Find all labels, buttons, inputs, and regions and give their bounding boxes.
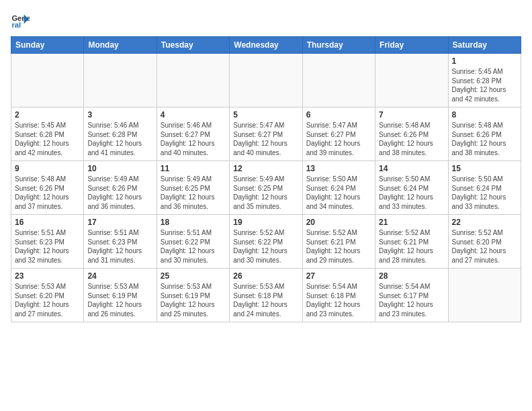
day-number: 22 bbox=[452, 218, 517, 227]
calendar-cell: 1Sunrise: 5:45 AM Sunset: 6:28 PM Daylig… bbox=[448, 54, 521, 107]
day-info: Sunrise: 5:51 AM Sunset: 6:22 PM Dayligh… bbox=[161, 228, 226, 265]
calendar-dow-friday: Friday bbox=[375, 37, 448, 54]
day-info: Sunrise: 5:46 AM Sunset: 6:27 PM Dayligh… bbox=[161, 121, 226, 157]
calendar-cell: 15Sunrise: 5:50 AM Sunset: 6:24 PM Dayli… bbox=[448, 161, 521, 215]
page-header: Gene ral bbox=[11, 11, 521, 30]
calendar-week-row: 9Sunrise: 5:48 AM Sunset: 6:26 PM Daylig… bbox=[11, 161, 521, 215]
calendar-cell: 27Sunrise: 5:54 AM Sunset: 6:18 PM Dayli… bbox=[302, 269, 375, 322]
day-number: 15 bbox=[452, 164, 517, 173]
day-info: Sunrise: 5:49 AM Sunset: 6:26 PM Dayligh… bbox=[87, 175, 152, 211]
calendar-cell: 8Sunrise: 5:48 AM Sunset: 6:26 PM Daylig… bbox=[448, 107, 521, 161]
day-number: 23 bbox=[15, 271, 80, 281]
day-number: 14 bbox=[379, 164, 444, 173]
calendar-cell: 2Sunrise: 5:45 AM Sunset: 6:28 PM Daylig… bbox=[11, 107, 84, 161]
calendar-cell: 18Sunrise: 5:51 AM Sunset: 6:22 PM Dayli… bbox=[157, 215, 229, 269]
day-number: 24 bbox=[87, 271, 152, 281]
day-info: Sunrise: 5:54 AM Sunset: 6:18 PM Dayligh… bbox=[306, 282, 371, 318]
calendar-cell bbox=[375, 54, 448, 107]
day-info: Sunrise: 5:48 AM Sunset: 6:26 PM Dayligh… bbox=[15, 175, 80, 211]
day-number: 8 bbox=[452, 110, 517, 120]
day-info: Sunrise: 5:45 AM Sunset: 6:28 PM Dayligh… bbox=[452, 67, 517, 103]
calendar-cell: 16Sunrise: 5:51 AM Sunset: 6:23 PM Dayli… bbox=[11, 215, 84, 269]
calendar-cell: 14Sunrise: 5:50 AM Sunset: 6:24 PM Dayli… bbox=[375, 161, 448, 215]
calendar-cell: 4Sunrise: 5:46 AM Sunset: 6:27 PM Daylig… bbox=[157, 107, 229, 161]
calendar-dow-tuesday: Tuesday bbox=[157, 37, 229, 54]
day-number: 12 bbox=[233, 164, 298, 173]
day-number: 27 bbox=[306, 271, 371, 281]
day-info: Sunrise: 5:48 AM Sunset: 6:26 PM Dayligh… bbox=[379, 121, 444, 157]
day-number: 13 bbox=[306, 164, 371, 173]
day-info: Sunrise: 5:51 AM Sunset: 6:23 PM Dayligh… bbox=[87, 228, 152, 265]
calendar-cell bbox=[230, 54, 302, 107]
day-number: 4 bbox=[161, 110, 226, 120]
calendar-dow-wednesday: Wednesday bbox=[230, 37, 302, 54]
day-number: 16 bbox=[15, 218, 80, 227]
calendar-cell: 17Sunrise: 5:51 AM Sunset: 6:23 PM Dayli… bbox=[84, 215, 157, 269]
day-info: Sunrise: 5:52 AM Sunset: 6:21 PM Dayligh… bbox=[306, 228, 371, 265]
day-info: Sunrise: 5:50 AM Sunset: 6:24 PM Dayligh… bbox=[379, 175, 444, 211]
calendar-dow-sunday: Sunday bbox=[11, 37, 84, 54]
calendar-cell: 12Sunrise: 5:49 AM Sunset: 6:25 PM Dayli… bbox=[230, 161, 302, 215]
calendar-week-row: 2Sunrise: 5:45 AM Sunset: 6:28 PM Daylig… bbox=[11, 107, 521, 161]
calendar-cell bbox=[448, 269, 521, 322]
calendar-cell: 28Sunrise: 5:54 AM Sunset: 6:17 PM Dayli… bbox=[375, 269, 448, 322]
day-number: 10 bbox=[87, 164, 152, 173]
day-info: Sunrise: 5:47 AM Sunset: 6:27 PM Dayligh… bbox=[306, 121, 371, 157]
day-info: Sunrise: 5:52 AM Sunset: 6:22 PM Dayligh… bbox=[233, 228, 298, 265]
svg-text:ral: ral bbox=[11, 21, 21, 29]
calendar-cell: 22Sunrise: 5:52 AM Sunset: 6:20 PM Dayli… bbox=[448, 215, 521, 269]
calendar-cell: 3Sunrise: 5:46 AM Sunset: 6:28 PM Daylig… bbox=[84, 107, 157, 161]
day-info: Sunrise: 5:50 AM Sunset: 6:24 PM Dayligh… bbox=[306, 175, 371, 211]
day-number: 1 bbox=[452, 56, 517, 66]
day-number: 19 bbox=[233, 218, 298, 227]
day-number: 28 bbox=[379, 271, 444, 281]
day-info: Sunrise: 5:54 AM Sunset: 6:17 PM Dayligh… bbox=[379, 282, 444, 318]
calendar-cell: 7Sunrise: 5:48 AM Sunset: 6:26 PM Daylig… bbox=[375, 107, 448, 161]
day-info: Sunrise: 5:49 AM Sunset: 6:25 PM Dayligh… bbox=[233, 175, 298, 211]
day-number: 6 bbox=[306, 110, 371, 120]
calendar-cell: 24Sunrise: 5:53 AM Sunset: 6:19 PM Dayli… bbox=[84, 269, 157, 322]
day-number: 11 bbox=[161, 164, 226, 173]
day-info: Sunrise: 5:46 AM Sunset: 6:28 PM Dayligh… bbox=[87, 121, 152, 157]
calendar-cell: 11Sunrise: 5:49 AM Sunset: 6:25 PM Dayli… bbox=[157, 161, 229, 215]
calendar-cell: 19Sunrise: 5:52 AM Sunset: 6:22 PM Dayli… bbox=[230, 215, 302, 269]
day-number: 3 bbox=[87, 110, 152, 120]
calendar-cell bbox=[157, 54, 229, 107]
day-number: 9 bbox=[15, 164, 80, 173]
calendar-week-row: 16Sunrise: 5:51 AM Sunset: 6:23 PM Dayli… bbox=[11, 215, 521, 269]
day-info: Sunrise: 5:53 AM Sunset: 6:20 PM Dayligh… bbox=[15, 282, 80, 318]
calendar-week-row: 1Sunrise: 5:45 AM Sunset: 6:28 PM Daylig… bbox=[11, 54, 521, 107]
calendar-dow-saturday: Saturday bbox=[448, 37, 521, 54]
day-info: Sunrise: 5:47 AM Sunset: 6:27 PM Dayligh… bbox=[233, 121, 298, 157]
calendar-week-row: 23Sunrise: 5:53 AM Sunset: 6:20 PM Dayli… bbox=[11, 269, 521, 322]
day-number: 18 bbox=[161, 218, 226, 227]
calendar-dow-monday: Monday bbox=[84, 37, 157, 54]
calendar-cell bbox=[11, 54, 84, 107]
calendar-cell: 23Sunrise: 5:53 AM Sunset: 6:20 PM Dayli… bbox=[11, 269, 84, 322]
calendar-cell bbox=[302, 54, 375, 107]
calendar-cell: 21Sunrise: 5:52 AM Sunset: 6:21 PM Dayli… bbox=[375, 215, 448, 269]
day-info: Sunrise: 5:45 AM Sunset: 6:28 PM Dayligh… bbox=[15, 121, 80, 157]
calendar-cell: 26Sunrise: 5:53 AM Sunset: 6:18 PM Dayli… bbox=[230, 269, 302, 322]
calendar-cell: 6Sunrise: 5:47 AM Sunset: 6:27 PM Daylig… bbox=[302, 107, 375, 161]
day-number: 2 bbox=[15, 110, 80, 120]
day-number: 26 bbox=[233, 271, 298, 281]
day-info: Sunrise: 5:51 AM Sunset: 6:23 PM Dayligh… bbox=[15, 228, 80, 265]
day-number: 21 bbox=[379, 218, 444, 227]
day-info: Sunrise: 5:48 AM Sunset: 6:26 PM Dayligh… bbox=[452, 121, 517, 157]
day-info: Sunrise: 5:53 AM Sunset: 6:18 PM Dayligh… bbox=[233, 282, 298, 318]
day-info: Sunrise: 5:49 AM Sunset: 6:25 PM Dayligh… bbox=[161, 175, 226, 211]
calendar-cell: 9Sunrise: 5:48 AM Sunset: 6:26 PM Daylig… bbox=[11, 161, 84, 215]
calendar-cell bbox=[84, 54, 157, 107]
day-number: 7 bbox=[379, 110, 444, 120]
calendar-cell: 25Sunrise: 5:53 AM Sunset: 6:19 PM Dayli… bbox=[157, 269, 229, 322]
calendar-dow-thursday: Thursday bbox=[302, 37, 375, 54]
calendar-header-row: SundayMondayTuesdayWednesdayThursdayFrid… bbox=[11, 37, 521, 54]
logo: Gene ral bbox=[11, 11, 31, 30]
day-info: Sunrise: 5:53 AM Sunset: 6:19 PM Dayligh… bbox=[87, 282, 152, 318]
day-number: 20 bbox=[306, 218, 371, 227]
calendar-table: SundayMondayTuesdayWednesdayThursdayFrid… bbox=[11, 36, 521, 322]
day-info: Sunrise: 5:52 AM Sunset: 6:21 PM Dayligh… bbox=[379, 228, 444, 265]
logo-icon: Gene ral bbox=[11, 11, 30, 30]
calendar-cell: 10Sunrise: 5:49 AM Sunset: 6:26 PM Dayli… bbox=[84, 161, 157, 215]
